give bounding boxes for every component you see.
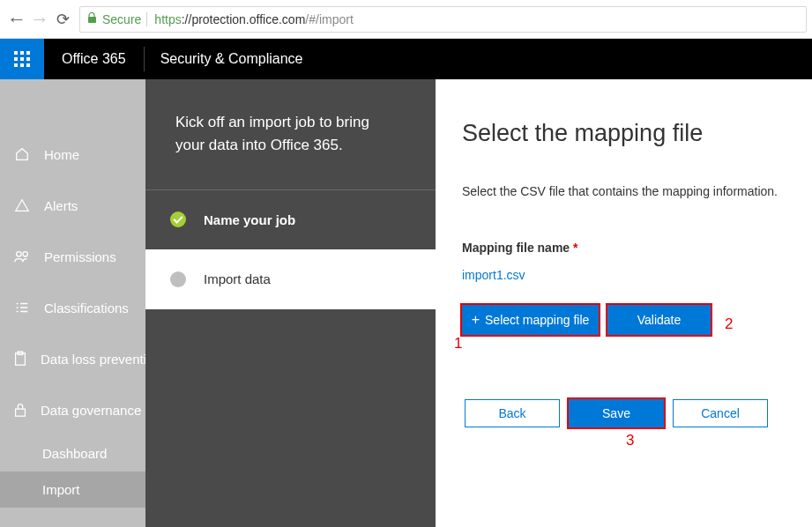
nav-forward-icon: → [30, 10, 46, 29]
secure-label: Secure [102, 12, 141, 26]
address-bar[interactable]: Secure https://protection.office.com/#/i… [79, 6, 807, 33]
footer-actions: Back Save Cancel [465, 399, 768, 427]
wizard-step-label: Import data [204, 271, 271, 286]
sidebar-subitem-dashboard[interactable]: Dashboard [0, 435, 145, 471]
app-launcher-button[interactable] [0, 39, 44, 79]
sidebar-item-data-governance[interactable]: Data governance [0, 384, 145, 435]
check-icon [170, 212, 186, 227]
sidebar-item-home[interactable]: Home [0, 129, 145, 180]
wizard-fill [145, 309, 436, 527]
divider [146, 12, 147, 26]
nav-back-icon[interactable]: ← [7, 10, 23, 29]
cancel-button[interactable]: Cancel [673, 399, 768, 427]
svg-point-1 [17, 252, 21, 256]
sidebar-item-permissions[interactable]: Permissions [0, 231, 145, 282]
annotation-2: 2 [725, 315, 733, 333]
select-mapping-file-button[interactable]: + Select mapping file [462, 305, 599, 335]
header-brand[interactable]: Office 365 [44, 51, 144, 67]
sidebar-item-label: Classifications [44, 301, 129, 315]
sidebar-item-label: Data loss prevention [41, 352, 145, 367]
reload-icon[interactable]: ⟳ [55, 11, 71, 27]
svg-rect-0 [88, 17, 96, 23]
waffle-icon [14, 51, 30, 67]
padlock-icon [12, 402, 28, 418]
wizard-step-import-data[interactable]: Import data [145, 249, 436, 309]
wizard-panel: Kick off an import job to bring your dat… [145, 79, 436, 527]
svg-rect-5 [16, 409, 26, 416]
annotation-1: 1 [454, 335, 462, 353]
wizard-step-label: Name your job [204, 212, 295, 227]
sidebar-item-label: Permissions [44, 249, 116, 264]
sidebar-item-dlp[interactable]: Data loss prevention [0, 333, 145, 384]
mapping-file-name: import1.csv [462, 268, 786, 282]
page-description: Select the CSV file that contains the ma… [462, 184, 786, 198]
required-mark: * [573, 241, 577, 255]
wizard-intro: Kick off an import job to bring your dat… [145, 79, 436, 189]
plus-icon: + [472, 312, 480, 328]
annotation-3: 3 [626, 432, 634, 449]
content-pane: Select the mapping file Select the CSV f… [436, 79, 812, 527]
wizard-step-name-job[interactable]: Name your job [145, 189, 436, 249]
save-button[interactable]: Save [569, 399, 664, 427]
validate-button[interactable]: Validate [607, 305, 711, 335]
home-icon [12, 146, 32, 162]
people-icon [12, 249, 32, 264]
svg-point-2 [23, 252, 27, 256]
list-icon [12, 300, 32, 315]
lock-icon [87, 12, 97, 26]
back-button[interactable]: Back [465, 399, 560, 427]
sidebar-subitem-import[interactable]: Import [0, 471, 145, 508]
field-label: Mapping file name * [462, 241, 786, 255]
circle-icon [170, 271, 186, 287]
app-header: Office 365 Security & Compliance [0, 39, 812, 79]
sidebar-item-alerts[interactable]: Alerts [0, 180, 145, 231]
header-app-title: Security & Compliance [145, 51, 319, 67]
sidebar-item-classifications[interactable]: Classifications [0, 282, 145, 333]
alert-icon [12, 197, 32, 213]
browser-chrome: ← → ⟳ Secure https://protection.office.c… [0, 0, 812, 39]
sidebar: Home Alerts Permissions Classifications … [0, 79, 145, 527]
sidebar-item-label: Alerts [44, 198, 78, 213]
sidebar-item-label: Data governance [41, 403, 141, 418]
page-title: Select the mapping file [462, 120, 786, 147]
clipboard-icon [12, 351, 28, 367]
sidebar-item-label: Home [44, 147, 79, 162]
